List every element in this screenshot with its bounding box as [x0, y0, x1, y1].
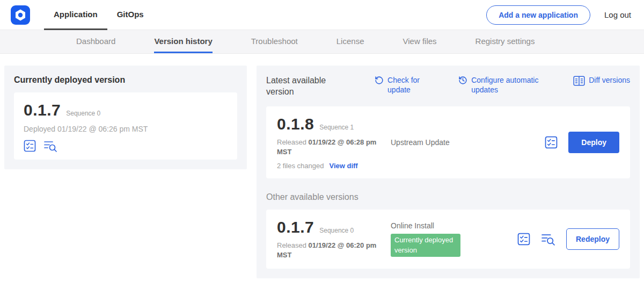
- released-prefix: Released: [277, 241, 306, 249]
- diff-versions-table-icon: [573, 76, 585, 86]
- currently-deployed-badge: Currently deployed version: [391, 234, 460, 256]
- release-notes-icon[interactable]: [517, 233, 530, 246]
- other-release-info: 0.1.7 Sequence 0 Released 01/19/22 @ 06:…: [277, 218, 391, 260]
- top-tabs: Application GitOps: [44, 0, 153, 30]
- deployed-card-actions: [24, 140, 228, 152]
- app-subnav: Dashboard Version history Troubleshoot L…: [0, 30, 644, 54]
- configure-automatic-updates-link[interactable]: Configure automatic updates: [458, 75, 541, 95]
- files-changed-label: 2 files changed: [277, 162, 324, 170]
- deploy-button[interactable]: Deploy: [568, 132, 619, 153]
- latest-release-info: 0.1.8 Sequence 1 Released 01/19/22 @ 06:…: [277, 115, 391, 170]
- subnav-item-troubleshoot[interactable]: Troubleshoot: [251, 30, 298, 53]
- refresh-icon: [375, 76, 384, 85]
- subnav-item-version-history[interactable]: Version history: [154, 30, 212, 53]
- subnav-item-license[interactable]: License: [336, 30, 364, 53]
- deployed-sequence-label: Sequence 0: [66, 110, 100, 117]
- logout-link[interactable]: Log out: [604, 10, 631, 19]
- configure-automatic-updates-label: Configure automatic updates: [471, 75, 541, 95]
- check-for-update-label: Check for update: [387, 75, 426, 95]
- add-new-application-button[interactable]: Add a new application: [486, 5, 590, 25]
- deployed-timestamp: Deployed 01/19/22 @ 06:26 pm MST: [24, 125, 228, 133]
- release-notes-icon[interactable]: [545, 136, 558, 149]
- top-navbar: Application GitOps Add a new application…: [0, 0, 644, 30]
- other-sequence-label: Sequence 0: [319, 227, 354, 234]
- subnav-item-view-files[interactable]: View files: [402, 30, 436, 53]
- latest-release-actions: Deploy: [545, 132, 619, 153]
- released-prefix: Released: [277, 138, 306, 146]
- auto-update-clock-icon: [458, 76, 467, 85]
- other-release-source: Online Install Currently deployed versio…: [391, 221, 517, 256]
- latest-sequence-label: Sequence 1: [319, 124, 354, 131]
- tab-application[interactable]: Application: [44, 0, 107, 30]
- latest-released-timestamp: Released 01/19/22 @ 06:28 pm MST: [277, 138, 383, 157]
- app-logo-shield-icon[interactable]: [11, 5, 30, 25]
- check-for-update-link[interactable]: Check for update: [375, 75, 426, 95]
- main-content: Currently deployed version 0.1.7 Sequenc…: [0, 54, 644, 288]
- topnav-right: Add a new application Log out: [486, 5, 644, 25]
- other-release-actions: Redeploy: [517, 228, 619, 250]
- other-available-versions-title: Other available versions: [266, 192, 630, 202]
- latest-available-title: Latest available version: [266, 75, 342, 98]
- other-version-number: 0.1.7: [277, 218, 314, 236]
- deployed-version-card: 0.1.7 Sequence 0 Deployed 01/19/22 @ 06:…: [14, 92, 237, 160]
- tab-gitops[interactable]: GitOps: [107, 0, 153, 30]
- deployed-version-row: 0.1.7 Sequence 0: [24, 101, 228, 119]
- subnav-item-dashboard[interactable]: Dashboard: [76, 30, 115, 53]
- latest-release-card: 0.1.8 Sequence 1 Released 01/19/22 @ 06:…: [266, 106, 630, 178]
- view-diff-icon[interactable]: [43, 140, 57, 152]
- other-released-timestamp: Released 01/19/22 @ 06:20 pm MST: [277, 241, 383, 260]
- latest-release-source: Upstream Update: [391, 138, 545, 147]
- available-versions-header: Latest available version Check for updat…: [266, 75, 630, 98]
- available-versions-panel: Latest available version Check for updat…: [257, 66, 640, 278]
- diff-versions-link[interactable]: Diff versions: [573, 75, 630, 86]
- view-diff-link[interactable]: View diff: [329, 162, 357, 170]
- redeploy-button[interactable]: Redeploy: [566, 228, 619, 250]
- view-diff-icon[interactable]: [541, 233, 555, 246]
- latest-version-number: 0.1.8: [277, 115, 314, 133]
- diff-versions-label: Diff versions: [589, 75, 630, 85]
- install-type-label: Online Install: [391, 221, 512, 230]
- currently-deployed-title: Currently deployed version: [14, 75, 237, 85]
- files-changed-row: 2 files changed View diff: [277, 162, 391, 170]
- release-notes-icon[interactable]: [24, 140, 36, 152]
- other-release-card: 0.1.7 Sequence 0 Released 01/19/22 @ 06:…: [266, 210, 630, 269]
- deployed-version-number: 0.1.7: [24, 101, 61, 119]
- subnav-item-registry-settings[interactable]: Registry settings: [475, 30, 535, 53]
- currently-deployed-panel: Currently deployed version 0.1.7 Sequenc…: [4, 66, 247, 169]
